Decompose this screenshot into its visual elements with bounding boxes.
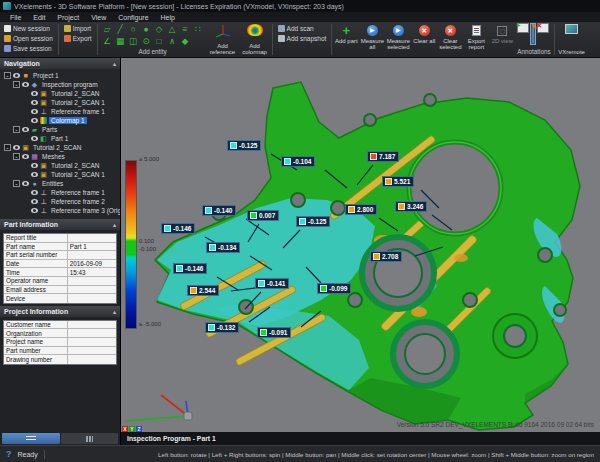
tree-expander-icon[interactable]: - (13, 153, 20, 160)
tree-expander-icon[interactable]: - (13, 126, 20, 133)
measurement-annotation[interactable]: 7.187 (367, 151, 399, 162)
visibility-eye-icon[interactable] (22, 181, 29, 186)
export-report-button[interactable]: Export report (463, 22, 489, 57)
project-information-header[interactable]: Project Information ▴ (0, 306, 120, 317)
visibility-eye-icon[interactable] (22, 127, 29, 132)
measurement-annotation[interactable]: 2.544 (187, 285, 219, 296)
measure-all-button[interactable]: ▶Measure all (359, 22, 385, 57)
visibility-eye-icon[interactable] (31, 190, 38, 195)
add-part-button[interactable]: +Add part (333, 22, 359, 57)
measurement-annotation[interactable]: -0.146 (161, 223, 195, 234)
measurement-annotation[interactable]: -0.146 (173, 263, 207, 274)
tree-item-reference-frame-2[interactable]: ⊥Reference frame 2 (2, 197, 120, 206)
measurement-annotation[interactable]: 2.800 (345, 204, 377, 215)
measurement-annotation[interactable]: 3.246 (395, 201, 427, 212)
ellipse-entity-icon[interactable]: ◇ (153, 23, 166, 35)
menu-item-project[interactable]: Project (51, 14, 85, 21)
menu-item-file[interactable]: File (4, 14, 27, 21)
add-reference-button[interactable]: Add reference (207, 22, 239, 57)
tree-expander-icon[interactable]: - (4, 72, 11, 79)
export-button[interactable]: Export (62, 33, 94, 43)
measurement-annotation[interactable]: -0.099 (317, 283, 351, 294)
tree-item-reference-frame-1[interactable]: ⊥Reference frame 1 (2, 107, 120, 116)
tree-item-part-1[interactable]: ◧Part 1 (2, 134, 120, 143)
measurement-annotation[interactable]: -0.125 (296, 216, 330, 227)
measurement-annotation[interactable]: -0.091 (257, 327, 291, 338)
measurement-annotation[interactable]: -0.125 (227, 140, 261, 151)
visibility-eye-icon[interactable] (31, 109, 38, 114)
freeform-surface-entity-icon[interactable]: ◆ (179, 35, 192, 47)
visibility-eye-icon[interactable] (13, 73, 20, 78)
cylinder-entity-icon[interactable]: ◫ (127, 35, 140, 47)
add-snapshot-button[interactable]: Add snapshot (276, 33, 329, 43)
tree-item-tutorial-2-scan-1[interactable]: ▣Tutorial 2_SCAN 1 (2, 170, 120, 179)
visibility-eye-icon[interactable] (13, 145, 20, 150)
3d-viewport[interactable]: ≥ 5.000 0.100 -0.100 ≤ -5.000 XYZ Versio… (121, 58, 600, 432)
collapse-caret-icon[interactable]: ▴ (113, 221, 116, 228)
add-colormap-button[interactable]: Add colormap (239, 22, 271, 57)
menu-item-edit[interactable]: Edit (27, 14, 51, 21)
tree-item-project-1[interactable]: -■Project 1 (2, 71, 120, 80)
tree-expander-icon[interactable]: - (4, 144, 11, 151)
measurement-annotation[interactable]: -0.141 (255, 278, 289, 289)
vxremote-button[interactable]: VXremote (556, 22, 588, 57)
tree-item-reference-frame-3-origin-[interactable]: ⊥Reference frame 3 (Origin) (2, 206, 120, 215)
visibility-eye-icon[interactable] (31, 163, 38, 168)
tree-expander-icon[interactable]: - (13, 180, 20, 187)
collapse-caret-icon[interactable]: ▴ (113, 308, 116, 315)
circle-entity-icon[interactable]: ○ (127, 23, 140, 35)
part-information-header[interactable]: Part Information ▴ (0, 219, 120, 230)
pattern-entity-icon[interactable]: ∷ (192, 23, 205, 35)
part-info-value[interactable]: 2016-09-09 (68, 260, 116, 267)
clear-all-button[interactable]: ✕Clear all (411, 22, 437, 57)
menu-item-view[interactable]: View (85, 14, 112, 21)
open-session-button[interactable]: Open session (2, 33, 55, 43)
viewport-tab[interactable]: Inspection Program - Part 1 (121, 432, 600, 445)
angle-gauge-entity-icon[interactable]: ∠ (101, 35, 114, 47)
part-info-value[interactable]: Part 1 (68, 243, 116, 250)
tree-item-meshes[interactable]: -▦Meshes (2, 152, 120, 161)
grid-entity-icon[interactable]: ▦ (114, 35, 127, 47)
measure-selected-button[interactable]: ▶Measure selected (385, 22, 411, 57)
clear-selected-button[interactable]: ✕Clear selected (437, 22, 463, 57)
measurement-annotation[interactable]: -0.132 (205, 322, 239, 333)
visibility-eye-icon[interactable] (31, 118, 38, 123)
measurement-annotation[interactable]: -0.134 (206, 242, 240, 253)
visibility-eye-icon[interactable] (31, 172, 38, 177)
list-panel-tab[interactable] (2, 433, 60, 444)
tree-item-tutorial-2-scan[interactable]: ▣Tutorial 2_SCAN (2, 161, 120, 170)
point-entity-icon[interactable]: ● (140, 23, 153, 35)
sphere-entity-icon[interactable]: ⊙ (140, 35, 153, 47)
tree-item-reference-frame-1[interactable]: ⊥Reference frame 1 (2, 188, 120, 197)
menu-item-help[interactable]: Help (155, 14, 181, 21)
measurement-annotation[interactable]: 2.708 (370, 251, 402, 262)
visibility-eye-icon[interactable] (31, 208, 38, 213)
tree-item-colormap-1[interactable]: Colormap 1 (2, 116, 120, 125)
tree-item-entities[interactable]: -●Entities (2, 179, 120, 188)
plane-entity-icon[interactable]: ▱ (101, 23, 114, 35)
visibility-eye-icon[interactable] (31, 136, 38, 141)
thumbnails-panel-tab[interactable] (61, 433, 119, 444)
slab-entity-icon[interactable]: ≡ (179, 23, 192, 35)
measurement-annotation[interactable]: -0.104 (281, 156, 315, 167)
save-session-button[interactable]: Save session (2, 43, 55, 53)
arc-entity-icon[interactable]: ∧ (166, 35, 179, 47)
new-session-button[interactable]: New session (2, 23, 55, 33)
menu-item-configure[interactable]: Configure (112, 14, 154, 21)
cone-entity-icon[interactable]: △ (166, 23, 179, 35)
remove-annotation-icon[interactable]: ✕ (537, 23, 549, 33)
part-info-value[interactable]: 15:43 (68, 269, 116, 276)
line-entity-icon[interactable]: ╱ (114, 23, 127, 35)
add-scan-button[interactable]: Add scan (276, 23, 329, 33)
visibility-eye-icon[interactable] (22, 154, 29, 159)
tree-expander-icon[interactable]: - (13, 81, 20, 88)
tree-item-inspection-program[interactable]: -◆Inspection program (2, 80, 120, 89)
measurement-annotation[interactable]: 0.007 (247, 210, 279, 221)
measurement-annotation[interactable]: 5.521 (382, 176, 414, 187)
tree-item-tutorial-2-scan[interactable]: -▣Tutorial 2_SCAN (2, 143, 120, 152)
tree-item-tutorial-2-scan-1[interactable]: ▣Tutorial 2_SCAN 1 (2, 98, 120, 107)
navigation-header[interactable]: Navigation ▴ (0, 58, 120, 69)
rectangle-entity-icon[interactable]: □ (153, 35, 166, 47)
collapse-caret-icon[interactable]: ▴ (113, 60, 116, 67)
visibility-eye-icon[interactable] (22, 82, 29, 87)
